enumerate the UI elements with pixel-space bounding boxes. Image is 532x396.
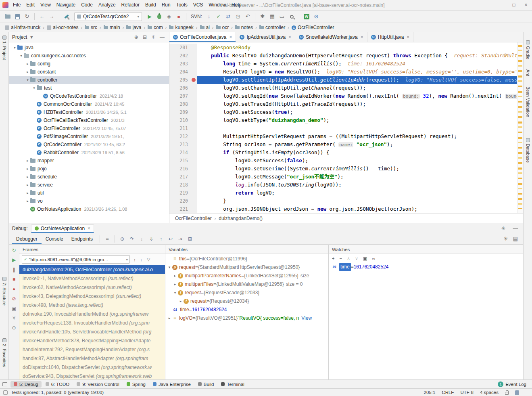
tree-arrow-icon[interactable]: ▸ bbox=[25, 68, 30, 76]
word-plugin-icon[interactable]: W bbox=[302, 12, 311, 21]
maximize-button[interactable]: □ bbox=[508, 0, 520, 10]
toolwindow-je[interactable]: Java Enterprise bbox=[150, 381, 194, 388]
debug-icon[interactable] bbox=[155, 12, 164, 21]
tab-HttpUtil.java[interactable]: CHttpUtil.java× bbox=[367, 32, 414, 42]
tree-row-config[interactable]: ▸config bbox=[9, 60, 169, 68]
drop-frame-icon[interactable]: ↩ bbox=[166, 235, 175, 243]
folders-icon[interactable]: ▦ bbox=[268, 12, 277, 21]
open-icon[interactable] bbox=[3, 12, 12, 21]
code-text[interactable]: logVO.setClientIp(IpAddressUtil.getClien… bbox=[197, 76, 523, 84]
settings-icon[interactable]: ✳ bbox=[12, 315, 16, 321]
frame-row[interactable]: handleInternal:792, RequestMappingHandle… bbox=[19, 345, 165, 354]
tree-row-HZBTestController[interactable]: CHZBTestController2021/3/26 14:26, 5.1 bbox=[9, 108, 169, 116]
code-text[interactable]: return logVO; bbox=[197, 189, 523, 197]
code-text[interactable]: logVO.setReqId(new SnowflakeIdWorker(new… bbox=[197, 92, 523, 100]
caret-position[interactable]: 205:1 bbox=[424, 390, 436, 395]
update-icon[interactable]: ↓ bbox=[204, 12, 213, 21]
tree-row-OcrFileController[interactable]: COcrFileController2021/4/2 10:45, 75.07 bbox=[9, 124, 169, 132]
tree-row-vo[interactable]: ▸vo bbox=[9, 197, 169, 205]
close-icon[interactable]: × bbox=[288, 34, 291, 40]
status-icon[interactable] bbox=[3, 390, 8, 395]
lock-icon[interactable] bbox=[505, 392, 509, 395]
crumb-ai-infra-trunck[interactable]: ai-infra-trunck bbox=[4, 25, 41, 30]
close-icon[interactable]: × bbox=[229, 34, 232, 40]
toolwindow-button-structure[interactable]: 7: Structure bbox=[0, 277, 8, 306]
tree-arrow-icon[interactable]: ▸ bbox=[25, 173, 30, 181]
run-to-cursor-icon[interactable]: ⇥ bbox=[176, 235, 185, 243]
variable-row[interactable]: ▸fmultipartParameterNames = {LinkedHashS… bbox=[165, 272, 328, 280]
code-text[interactable]: logVO.setUseTime((System.currentTimeMill… bbox=[197, 165, 523, 173]
close-icon[interactable]: × bbox=[361, 34, 363, 40]
tree-arrow-icon[interactable]: ▸ bbox=[25, 197, 30, 205]
debug-settings-icon[interactable]: ✳ bbox=[499, 224, 508, 233]
tree-arrow-icon[interactable]: ▾ bbox=[12, 44, 17, 52]
code-text[interactable]: @ResponseBody bbox=[197, 44, 523, 52]
layout-menu-icon[interactable]: ≡ bbox=[103, 235, 112, 243]
crumb-OcrFileController[interactable]: COcrFileController bbox=[291, 25, 335, 30]
show-exec-icon[interactable]: ⊙ bbox=[118, 235, 127, 243]
code-text[interactable] bbox=[197, 124, 523, 132]
code-text[interactable]: if (StringUtils.isEmpty(ocrJson)) { bbox=[197, 149, 523, 157]
frame-row[interactable]: doService:943, DispatcherServlet (org.sp… bbox=[19, 372, 165, 379]
tree-arrow-icon[interactable]: ▸ bbox=[25, 181, 30, 189]
step-into-icon[interactable]: ↓ bbox=[137, 235, 146, 243]
code-text[interactable]: MultipartHttpServletRequest params = ((M… bbox=[197, 132, 523, 140]
chevron-down-icon[interactable]: ▾ bbox=[29, 34, 34, 40]
code-text[interactable]: logVO.setSuccess(true); bbox=[197, 108, 523, 116]
hide-panel-icon[interactable]: — bbox=[511, 224, 520, 233]
back-icon[interactable]: ← bbox=[38, 12, 46, 21]
event-log-button[interactable]: 1Event Log bbox=[494, 381, 530, 388]
frame-row[interactable]: invoke:498, Method (java.lang.reflect) bbox=[19, 301, 165, 310]
menu-file[interactable]: File bbox=[10, 0, 23, 10]
tab-IpAddressUtil.java[interactable]: CIpAddressUtil.java× bbox=[236, 32, 295, 42]
remove-icon[interactable]: − bbox=[339, 256, 342, 261]
crumb-ai-ocr-notes[interactable]: ai-ocr-notes bbox=[46, 25, 79, 30]
step-out-icon[interactable]: ↑ bbox=[156, 235, 165, 243]
variable-row[interactable]: ▸fmultipartFiles = {LinkedMultiValueMap@… bbox=[165, 280, 328, 289]
code-editor[interactable]: 201 @ResponseBody202 public ResultVO dui… bbox=[169, 42, 523, 213]
crumb-java[interactable]: java bbox=[125, 25, 142, 30]
minimize-button[interactable]: — bbox=[496, 0, 508, 10]
tree-row-util[interactable]: ▸util bbox=[9, 189, 169, 197]
gear-icon[interactable]: ✳ bbox=[150, 34, 156, 40]
frame-down-icon[interactable]: ↓ bbox=[140, 257, 144, 262]
toolwindow-button-project[interactable]: 1: Project bbox=[0, 36, 8, 60]
force-step-into-icon[interactable]: ⇓ bbox=[147, 235, 156, 243]
tab-OcrFileController.java[interactable]: COcrFileController.java× bbox=[169, 32, 236, 42]
close-icon[interactable]: × bbox=[407, 34, 409, 40]
frame-up-icon[interactable]: ↑ bbox=[133, 257, 137, 262]
run-icon[interactable]: ▶ bbox=[145, 12, 154, 21]
tree-arrow-icon[interactable]: ▸ bbox=[173, 280, 177, 289]
code-text[interactable]: org.json.JSONObject wordJson = new org.j… bbox=[197, 205, 523, 213]
menu-tools[interactable]: Tools bbox=[173, 0, 190, 10]
watch-row[interactable]: 01time = 1617620482524 bbox=[329, 263, 523, 271]
variable-row[interactable]: ≡this = {OcrFileController@11996} bbox=[165, 255, 328, 263]
menu-run[interactable]: Run bbox=[159, 0, 173, 10]
filter-icon[interactable]: ▽ bbox=[146, 257, 151, 262]
menu-window[interactable]: Window bbox=[206, 0, 229, 10]
merge-icon[interactable]: ⇄ bbox=[224, 12, 233, 21]
hide-panel-icon[interactable]: — bbox=[159, 34, 166, 40]
frame-row[interactable]: invokeHandlerMethod:878, RequestMappingH… bbox=[19, 336, 165, 345]
tree-arrow-icon[interactable]: ▸ bbox=[167, 314, 172, 323]
tree-arrow-icon[interactable]: ▾ bbox=[25, 76, 30, 84]
resume-icon[interactable]: ▶ bbox=[12, 257, 16, 263]
history-icon[interactable]: ◷ bbox=[234, 12, 242, 21]
close-button[interactable]: × bbox=[520, 0, 532, 10]
variable-row[interactable]: 01time = 1617620482524 bbox=[165, 306, 328, 314]
tree-row-CommonOcrController[interactable]: CCommonOcrController2021/4/2 10:45 bbox=[9, 100, 169, 108]
variable-row[interactable]: ▾prequest = {StandardMultipartHttpServle… bbox=[165, 263, 328, 272]
menu-help[interactable]: Help bbox=[229, 0, 244, 10]
frame-row[interactable]: handle:87, AbstractHandlerMethodAdapter … bbox=[19, 354, 165, 363]
breadcrumb-duizhangdanDemo()[interactable]: duizhangdanDemo() bbox=[219, 216, 263, 221]
tree-row-constant[interactable]: ▸constant bbox=[9, 68, 169, 76]
variable-row[interactable]: ▸frequest = {Request@12034} bbox=[165, 297, 328, 306]
code-text[interactable]: logVO.setMessage("ocr_json不能为空"); bbox=[197, 173, 523, 181]
save-icon[interactable] bbox=[13, 12, 22, 21]
toolwindow-debug[interactable]: 5: Debug bbox=[10, 381, 42, 388]
encoding[interactable]: UTF-8 bbox=[460, 390, 474, 395]
stop-icon[interactable]: ■ bbox=[174, 12, 183, 21]
tree-row-schedule[interactable]: ▸schedule bbox=[9, 173, 169, 181]
variable-row[interactable]: ▾frequest = {RequestFacade@12033} bbox=[165, 289, 328, 297]
code-text[interactable]: logVO.setChannel(HttpUtil.getChannel(req… bbox=[197, 84, 523, 92]
